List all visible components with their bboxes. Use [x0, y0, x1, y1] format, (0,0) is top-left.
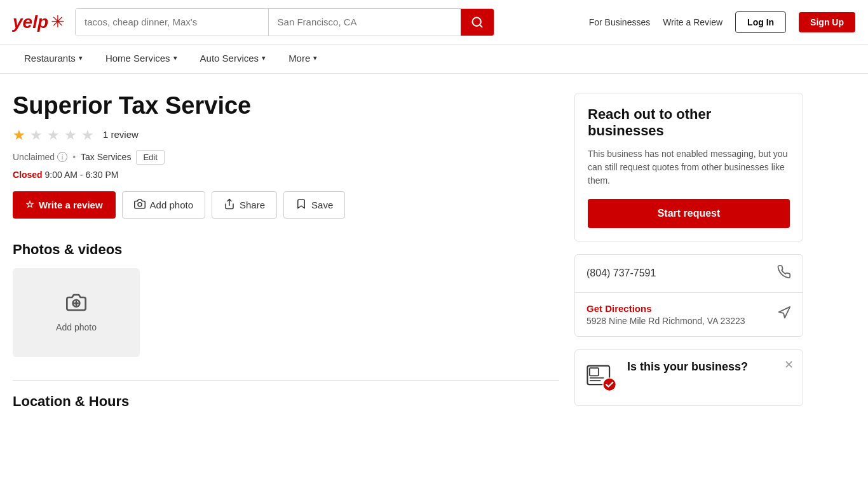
phone-row: (804) 737-7591	[575, 255, 803, 293]
business-status: Closed	[13, 170, 43, 180]
add-photo-box-label: Add photo	[56, 322, 97, 332]
business-hours: 9:00 AM - 6:30 PM	[45, 170, 119, 180]
share-label: Share	[240, 200, 265, 210]
chevron-down-icon: ▾	[313, 54, 317, 62]
claim-card: ✕ Is this your business?	[574, 349, 803, 406]
location-section-title: Location & Hours	[13, 393, 559, 410]
add-photo-icon	[66, 292, 86, 317]
add-photo-label: Add photo	[150, 200, 193, 210]
nav-label-more: More	[288, 53, 310, 64]
nav-item-auto-services[interactable]: Auto Services ▾	[189, 44, 278, 73]
nav-label-auto-services: Auto Services	[200, 53, 259, 64]
business-name: Superior Tax Service	[13, 93, 559, 119]
add-photo-box[interactable]: Add photo	[13, 268, 140, 357]
logo[interactable]: yelp ✳	[13, 12, 65, 32]
main-nav: Restaurants ▾ Home Services ▾ Auto Servi…	[0, 44, 868, 74]
chevron-down-icon: ▾	[173, 54, 177, 62]
directions-content: Get Directions 5928 Nine Mile Rd Richmon…	[587, 303, 745, 326]
info-icon[interactable]: i	[57, 152, 67, 162]
search-bar	[75, 8, 494, 36]
section-divider	[13, 380, 559, 381]
nav-item-more[interactable]: More ▾	[277, 44, 329, 73]
search-input-where[interactable]	[269, 9, 461, 36]
claim-title: Is this your business?	[627, 360, 748, 374]
get-directions-link[interactable]: Get Directions	[587, 303, 652, 314]
star-rating: ★ ★ ★ ★ ★	[13, 127, 97, 142]
star-2: ★	[30, 127, 45, 142]
svg-marker-7	[779, 307, 790, 318]
share-icon	[224, 198, 235, 212]
photos-grid: Add photo	[13, 268, 559, 357]
login-button[interactable]: Log In	[735, 11, 786, 33]
business-content: Superior Tax Service ★ ★ ★ ★ ★ 1 review …	[13, 93, 559, 410]
camera-icon	[134, 198, 146, 212]
unclaimed-label: Unclaimed	[13, 152, 55, 162]
sidebar: Reach out to other businesses This busin…	[574, 93, 803, 410]
contact-card: (804) 737-7591 Get Directions 5928 Nine …	[574, 254, 803, 337]
svg-line-1	[480, 24, 482, 27]
reach-out-title: Reach out to other businesses	[588, 106, 790, 140]
action-buttons: ☆ Write a review Add photo Sh	[13, 191, 559, 219]
claim-content: Is this your business?	[585, 360, 792, 395]
photos-section-title: Photos & videos	[13, 241, 559, 258]
phone-number: (804) 737-7591	[587, 268, 656, 279]
directions-row: Get Directions 5928 Nine Mile Rd Richmon…	[575, 293, 803, 336]
claim-text: Is this your business?	[627, 360, 748, 374]
star-5: ★	[81, 127, 97, 142]
business-address: 5928 Nine Mile Rd Richmond, VA 23223	[587, 316, 745, 326]
header: yelp ✳ For Businesses Write a Review Log…	[0, 0, 868, 74]
svg-point-13	[604, 378, 616, 390]
nav-item-restaurants[interactable]: Restaurants ▾	[13, 44, 94, 73]
write-review-button[interactable]: ☆ Write a review	[13, 191, 116, 219]
star-1: ★	[13, 127, 28, 142]
svg-rect-9	[590, 368, 599, 376]
directions-icon	[777, 306, 791, 323]
add-photo-button[interactable]: Add photo	[122, 191, 205, 219]
reach-out-card: Reach out to other businesses This busin…	[574, 93, 803, 241]
start-request-button[interactable]: Start request	[588, 199, 790, 228]
location-section: Location & Hours	[13, 393, 559, 410]
search-button[interactable]	[461, 9, 494, 36]
star-icon: ☆	[25, 199, 34, 210]
share-button[interactable]: Share	[212, 191, 277, 219]
meta-row: Unclaimed i • Tax Services Edit	[13, 150, 559, 165]
nav-item-home-services[interactable]: Home Services ▾	[94, 44, 189, 73]
review-count[interactable]: 1 review	[103, 129, 139, 140]
claim-icon	[585, 360, 618, 395]
nav-label-home-services: Home Services	[105, 53, 170, 64]
save-button[interactable]: Save	[283, 191, 345, 219]
header-links: For Businesses Write a Review Log In Sig…	[589, 11, 855, 33]
close-claim-card-button[interactable]: ✕	[784, 358, 794, 372]
logo-burst-icon: ✳	[51, 12, 65, 32]
star-3: ★	[47, 127, 62, 142]
bookmark-icon	[295, 198, 307, 212]
write-review-label: Write a review	[39, 200, 103, 210]
dot-separator: •	[72, 152, 76, 162]
hours-row: Closed 9:00 AM - 6:30 PM	[13, 170, 559, 180]
logo-text: yelp	[13, 12, 48, 32]
chevron-down-icon: ▾	[79, 54, 83, 62]
photos-section: Photos & videos Add photo	[13, 241, 559, 357]
category-label: Tax Services	[81, 152, 131, 162]
svg-point-2	[138, 203, 142, 207]
edit-button[interactable]: Edit	[136, 150, 164, 165]
rating-row: ★ ★ ★ ★ ★ 1 review	[13, 127, 559, 142]
star-4: ★	[64, 127, 79, 142]
nav-label-restaurants: Restaurants	[24, 53, 76, 64]
unclaimed-badge: Unclaimed i	[13, 152, 67, 162]
signup-button[interactable]: Sign Up	[799, 12, 855, 32]
search-input-what[interactable]	[76, 9, 269, 36]
chevron-down-icon: ▾	[262, 54, 266, 62]
main-content: Superior Tax Service ★ ★ ★ ★ ★ 1 review …	[0, 74, 868, 429]
save-label: Save	[311, 200, 333, 210]
reach-out-desc: This business has not enabled messaging,…	[588, 147, 790, 187]
phone-icon	[777, 265, 791, 282]
write-review-link[interactable]: Write a Review	[663, 17, 722, 27]
for-businesses-link[interactable]: For Businesses	[589, 17, 650, 27]
search-icon	[471, 16, 484, 29]
